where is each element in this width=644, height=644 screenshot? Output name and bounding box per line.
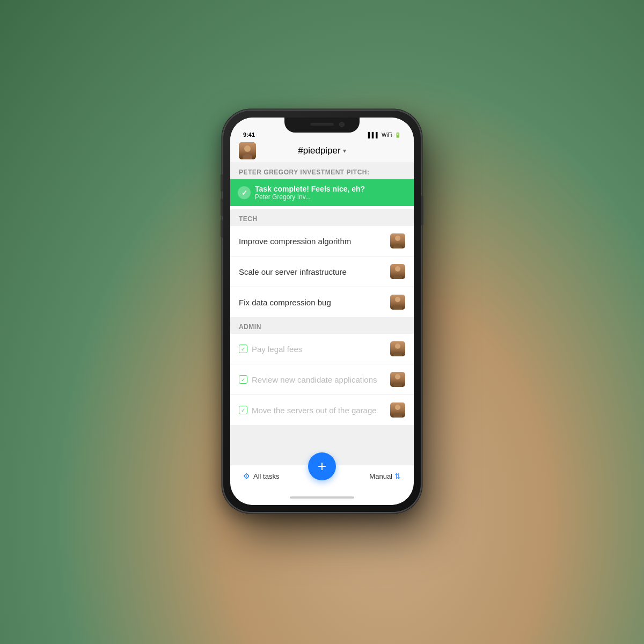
- task-avatar-legal: [390, 341, 405, 356]
- section-header-tech: TECH: [230, 210, 414, 226]
- task-text-legal: Pay legal fees: [252, 345, 390, 354]
- toast-notification[interactable]: Task complete! Feels nice, eh? Peter Gre…: [230, 179, 414, 206]
- chevron-down-icon: ▾: [343, 147, 346, 155]
- phone-wrapper: 9:41 ▌▌▌ WiFi 🔋 #piedpiper: [223, 110, 421, 513]
- battery-icon: 🔋: [394, 132, 401, 138]
- add-task-button[interactable]: +: [308, 452, 336, 480]
- task-item-server[interactable]: Scale our server infrastructure: [230, 257, 414, 287]
- status-icons: ▌▌▌ WiFi 🔋: [368, 132, 401, 138]
- task-avatar-server: [390, 264, 405, 279]
- scene: 9:41 ▌▌▌ WiFi 🔋 #piedpiper: [0, 0, 644, 644]
- channel-name: #piedpiper: [298, 145, 340, 156]
- task-list[interactable]: PETER GREGORY INVESTMENT PITCH: Practice…: [230, 163, 414, 465]
- avatar-face: [239, 142, 256, 159]
- phone-shell: 9:41 ▌▌▌ WiFi 🔋 #piedpiper: [223, 110, 421, 513]
- check-icon-legal: [239, 345, 247, 353]
- task-text-bug: Fix data compression bug: [239, 298, 390, 307]
- task-avatar-servers: [390, 402, 405, 418]
- task-item-candidates[interactable]: Review new candidate applications: [230, 364, 414, 395]
- check-icon-servers: [239, 406, 247, 414]
- task-text-servers: Move the servers out of the garage: [252, 406, 390, 415]
- task-text-server: Scale our server infrastructure: [239, 267, 390, 276]
- section-header-pitch: PETER GREGORY INVESTMENT PITCH:: [230, 163, 414, 179]
- bottom-bar: ⚙ All tasks + Manual ⇅: [230, 465, 414, 491]
- notch-camera: [339, 122, 345, 127]
- filter-icon: ⚙: [243, 472, 250, 480]
- manual-label: Manual: [369, 472, 392, 480]
- task-text-compression: Improve compression algorithm: [239, 237, 390, 246]
- screen-content: 9:41 ▌▌▌ WiFi 🔋 #piedpiper: [230, 118, 414, 505]
- task-item-servers[interactable]: Move the servers out of the garage: [230, 395, 414, 426]
- header-avatar[interactable]: [239, 142, 256, 159]
- phone-screen: 9:41 ▌▌▌ WiFi 🔋 #piedpiper: [230, 118, 414, 505]
- task-avatar-candidates: [390, 372, 405, 387]
- task-item-legal[interactable]: Pay legal fees: [230, 334, 414, 364]
- section-header-admin: ADMIN: [230, 318, 414, 334]
- home-indicator-bar: [290, 496, 354, 499]
- header-title[interactable]: #piedpiper ▾: [298, 145, 346, 156]
- all-tasks-label: All tasks: [253, 472, 279, 480]
- bottom-right[interactable]: Manual ⇅: [369, 472, 401, 480]
- check-icon-candidates: [239, 375, 247, 384]
- sort-icon: ⇅: [394, 472, 401, 480]
- notch-speaker: [310, 123, 334, 126]
- bottom-left[interactable]: ⚙ All tasks: [243, 472, 279, 480]
- toast-check-icon: [238, 186, 251, 199]
- plus-icon: +: [318, 459, 326, 474]
- toast-content: Task complete! Feels nice, eh? Peter Gre…: [255, 185, 406, 201]
- notch: [284, 118, 360, 133]
- task-text-candidates: Review new candidate applications: [252, 375, 390, 384]
- toast-subtitle: Peter Gregory Inv...: [255, 193, 406, 201]
- wifi-icon: WiFi: [382, 132, 392, 138]
- task-item-compression[interactable]: Improve compression algorithm: [230, 226, 414, 257]
- task-group-with-toast: Practice elevator pitch Task complete! F…: [230, 179, 414, 210]
- app-header: #piedpiper ▾: [230, 141, 414, 163]
- toast-title: Task complete! Feels nice, eh?: [255, 185, 406, 193]
- status-time: 9:41: [243, 131, 255, 138]
- signal-icon: ▌▌▌: [368, 132, 379, 138]
- task-avatar-compression: [390, 233, 405, 248]
- task-avatar-bug: [390, 295, 405, 310]
- task-item-bug[interactable]: Fix data compression bug: [230, 287, 414, 318]
- home-indicator: [230, 491, 414, 505]
